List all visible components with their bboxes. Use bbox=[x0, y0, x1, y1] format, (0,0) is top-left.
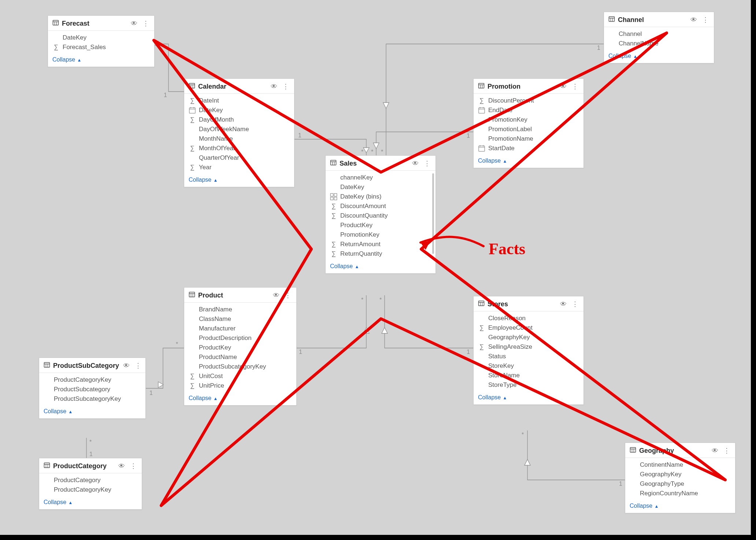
visibility-icon[interactable]: 👁 bbox=[689, 16, 698, 23]
field-row[interactable]: ∑UnitCost bbox=[184, 371, 296, 381]
field-row[interactable]: GeographyKey bbox=[625, 470, 735, 479]
table-header[interactable]: Geography👁⋮ bbox=[625, 443, 735, 458]
visibility-icon[interactable]: 👁 bbox=[559, 301, 568, 307]
field-row[interactable]: GeographyKey bbox=[474, 333, 583, 342]
table-product[interactable]: Product👁⋮BrandNameClassNameManufacturerP… bbox=[184, 287, 297, 406]
visibility-icon[interactable]: 👁 bbox=[711, 447, 719, 454]
field-row[interactable]: ∑EmployeeCount bbox=[474, 323, 583, 333]
table-forecast[interactable]: Forecast👁⋮DateKey∑Forecast_SalesCollapse… bbox=[48, 15, 155, 67]
field-row[interactable]: DayOfWeekName bbox=[184, 125, 294, 134]
table-header[interactable]: Stores👁⋮ bbox=[474, 296, 583, 311]
collapse-link[interactable]: Collapse ▲ bbox=[625, 500, 735, 513]
field-row[interactable]: ∑UnitPrice bbox=[184, 381, 296, 391]
more-options-icon[interactable]: ⋮ bbox=[571, 83, 579, 90]
visibility-icon[interactable]: 👁 bbox=[272, 292, 281, 299]
field-row[interactable]: StoreType bbox=[474, 380, 583, 390]
field-row[interactable]: ProductCategoryKey bbox=[39, 375, 145, 385]
field-row[interactable]: ClassName bbox=[184, 314, 296, 324]
collapse-link[interactable]: Collapse ▲ bbox=[474, 155, 583, 168]
collapse-link[interactable]: Collapse ▲ bbox=[39, 405, 145, 418]
field-row[interactable]: ProductSubcategoryKey bbox=[184, 362, 296, 371]
more-options-icon[interactable]: ⋮ bbox=[281, 83, 290, 90]
field-row[interactable]: ∑DayOfMonth bbox=[184, 115, 294, 125]
table-promotion[interactable]: Promotion👁⋮∑DiscountPercentEndDatePromot… bbox=[473, 78, 584, 168]
more-options-icon[interactable]: ⋮ bbox=[134, 362, 142, 369]
field-row[interactable]: ∑DiscountAmount bbox=[326, 201, 436, 211]
field-row[interactable]: StartDate bbox=[474, 144, 583, 153]
visibility-icon[interactable]: 👁 bbox=[117, 463, 126, 469]
visibility-icon[interactable]: 👁 bbox=[270, 83, 278, 90]
table-geography[interactable]: Geography👁⋮ContinentNameGeographyKeyGeog… bbox=[625, 443, 735, 513]
collapse-link[interactable]: Collapse ▲ bbox=[39, 496, 142, 509]
field-row[interactable]: DateKey bbox=[326, 182, 436, 192]
table-stores[interactable]: Stores👁⋮CloseReason∑EmployeeCountGeograp… bbox=[473, 296, 584, 405]
more-options-icon[interactable]: ⋮ bbox=[722, 447, 731, 454]
field-row[interactable]: DateKey bbox=[184, 106, 294, 115]
visibility-icon[interactable]: 👁 bbox=[122, 362, 131, 369]
field-row[interactable]: ProductSubcategory bbox=[39, 385, 145, 394]
table-header[interactable]: Calendar👁⋮ bbox=[184, 79, 294, 94]
field-row[interactable]: ProductName bbox=[184, 352, 296, 362]
field-row[interactable]: ProductKey bbox=[184, 343, 296, 352]
field-row[interactable]: ChannelName bbox=[604, 39, 714, 48]
table-header[interactable]: ProductCategory👁⋮ bbox=[39, 458, 142, 473]
field-row[interactable]: BrandName bbox=[184, 305, 296, 314]
field-row[interactable]: ∑ReturnAmount bbox=[326, 240, 436, 249]
collapse-link[interactable]: Collapse ▲ bbox=[184, 174, 294, 187]
field-row[interactable]: CloseReason bbox=[474, 314, 583, 323]
field-row[interactable]: ∑DiscountQuantity bbox=[326, 211, 436, 221]
model-canvas[interactable]: *1 1* 1* 1* 1* 1* 1* 1* 1* Forecast👁⋮Dat… bbox=[0, 0, 756, 540]
field-row[interactable]: ∑DateInt bbox=[184, 96, 294, 106]
table-calendar[interactable]: Calendar👁⋮∑DateIntDateKey∑DayOfMonthDayO… bbox=[184, 78, 294, 187]
more-options-icon[interactable]: ⋮ bbox=[141, 20, 150, 27]
field-row[interactable]: ∑MonthOfYear bbox=[184, 144, 294, 153]
field-row[interactable]: ∑Forecast_Sales bbox=[48, 42, 154, 52]
table-header[interactable]: Forecast👁⋮ bbox=[48, 16, 154, 31]
field-row[interactable]: ∑ReturnQuantity bbox=[326, 249, 436, 259]
visibility-icon[interactable]: 👁 bbox=[559, 83, 568, 90]
field-row[interactable]: DateKey bbox=[48, 33, 154, 42]
table-header[interactable]: Promotion👁⋮ bbox=[474, 79, 583, 94]
field-row[interactable]: channelKey bbox=[326, 173, 436, 182]
collapse-link[interactable]: Collapse ▲ bbox=[326, 260, 436, 273]
field-row[interactable]: MonthName bbox=[184, 134, 294, 144]
field-row[interactable]: PromotionKey bbox=[474, 115, 583, 125]
field-row[interactable]: StoreKey bbox=[474, 361, 583, 371]
table-productsubcategory[interactable]: ProductSubCategory👁⋮ProductCategoryKeyPr… bbox=[39, 358, 146, 419]
more-options-icon[interactable]: ⋮ bbox=[571, 301, 579, 307]
field-row[interactable]: ProductCategory bbox=[39, 476, 142, 485]
more-options-icon[interactable]: ⋮ bbox=[423, 160, 431, 167]
collapse-link[interactable]: Collapse ▲ bbox=[474, 391, 583, 404]
field-row[interactable]: ProductCategoryKey bbox=[39, 485, 142, 495]
collapse-link[interactable]: Collapse ▲ bbox=[48, 53, 154, 67]
field-row[interactable]: Status bbox=[474, 352, 583, 361]
collapse-link[interactable]: Collapse ▲ bbox=[184, 392, 296, 405]
field-row[interactable]: QuarterOfYear bbox=[184, 153, 294, 163]
table-header[interactable]: Sales👁⋮ bbox=[326, 156, 436, 171]
field-row[interactable]: ProductSubcategoryKey bbox=[39, 394, 145, 404]
field-row[interactable]: GeographyType bbox=[625, 479, 735, 489]
field-row[interactable]: DateKey (bins) bbox=[326, 192, 436, 201]
table-header[interactable]: Channel👁⋮ bbox=[604, 12, 714, 27]
field-row[interactable]: ∑Year bbox=[184, 163, 294, 172]
table-header[interactable]: ProductSubCategory👁⋮ bbox=[39, 358, 145, 373]
more-options-icon[interactable]: ⋮ bbox=[129, 463, 137, 469]
table-header[interactable]: Product👁⋮ bbox=[184, 288, 296, 303]
table-sales[interactable]: Sales👁⋮channelKeyDateKeyDateKey (bins)∑D… bbox=[325, 155, 436, 274]
field-row[interactable]: ProductKey bbox=[326, 221, 436, 230]
field-row[interactable]: PromotionName bbox=[474, 134, 583, 144]
scrollbar-thumb[interactable] bbox=[432, 173, 434, 254]
field-row[interactable]: ContinentName bbox=[625, 460, 735, 470]
table-productcategory[interactable]: ProductCategory👁⋮ProductCategoryProductC… bbox=[39, 458, 142, 510]
field-row[interactable]: ∑DiscountPercent bbox=[474, 96, 583, 106]
field-row[interactable]: ∑SellingAreaSize bbox=[474, 342, 583, 352]
field-row[interactable]: EndDate bbox=[474, 106, 583, 115]
more-options-icon[interactable]: ⋮ bbox=[284, 292, 292, 299]
visibility-icon[interactable]: 👁 bbox=[411, 160, 420, 167]
field-row[interactable]: PromotionLabel bbox=[474, 125, 583, 134]
table-channel[interactable]: Channel👁⋮ChannelChannelNameCollapse ▲ bbox=[604, 12, 714, 63]
more-options-icon[interactable]: ⋮ bbox=[701, 16, 709, 23]
field-row[interactable]: ProductDescription bbox=[184, 333, 296, 343]
collapse-link[interactable]: Collapse ▲ bbox=[604, 50, 714, 63]
field-row[interactable]: RegionCountryName bbox=[625, 489, 735, 498]
